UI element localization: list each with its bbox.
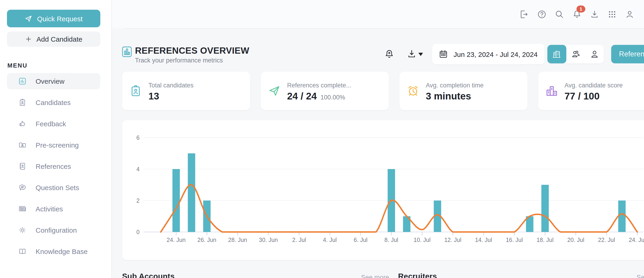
reference-button[interactable]: Reference [611,45,644,63]
stat-card-references-completed: References complete... 24 / 24100.00% [261,72,389,110]
quick-request-button[interactable]: Quick Request [7,10,100,27]
clipboard-person-icon [130,85,142,97]
svg-text:20. Jul: 20. Jul [567,237,584,243]
add-candidate-label: Add Candidate [36,35,82,43]
sidebar-item-label: Overview [36,77,64,85]
svg-text:8. Jul: 8. Jul [384,237,398,243]
topbar-divider [125,28,644,29]
export-caret-down-icon[interactable] [418,53,423,56]
svg-text:10. Jul: 10. Jul [414,237,431,243]
quick-request-label: Quick Request [37,15,83,23]
view-toggle-team[interactable] [566,45,585,63]
stat-value: 77 / 100 [564,91,600,102]
sidebar-item-label: Feedback [36,120,66,128]
dashboard-page: Quick Request Add Candidate MENU Overvie… [0,0,644,278]
sidebar-item-label: References [36,162,71,170]
bell-plus-icon[interactable] [384,49,394,59]
sub-accounts-see-more-link[interactable]: See more [361,273,389,278]
page-title: REFERENCES OVERVIEW [135,45,250,56]
gear-icon [18,226,26,234]
logout-icon[interactable] [520,10,529,19]
svg-text:4: 4 [136,166,140,172]
export-download-icon[interactable] [407,49,416,59]
paper-plane-icon [268,85,280,97]
view-toggle [548,45,604,63]
menu-section-label: MENU [8,62,28,69]
company-icon [552,50,562,59]
stat-value: 24 / 24100.00% [287,91,345,102]
sidebar-item-label: Pre-screening [36,141,79,149]
sidebar-item-activities[interactable]: Activities [7,201,100,217]
apps-grid-icon[interactable] [608,10,617,19]
date-range-value: Jun 23, 2024 - Jul 24, 2024 [454,50,538,58]
add-candidate-button[interactable]: Add Candidate [7,32,100,47]
svg-text:28. Jun: 28. Jun [228,237,247,243]
view-toggle-company[interactable] [548,45,566,63]
search-icon[interactable] [555,10,564,19]
stat-label: Total candidates [148,82,194,89]
sidebar-item-question-sets[interactable]: Question Sets [7,179,100,196]
sidebar-item-label: Knowledge Base [36,247,88,255]
svg-text:2. Jul: 2. Jul [292,237,306,243]
book-icon [18,247,26,255]
references-chart-panel[interactable]: 024624. Jun26. Jun28. Jun30. Jun2. Jul4.… [122,120,644,260]
recruiters-see-more-link[interactable]: See more [636,273,644,278]
stat-label: Avg. completion time [426,82,484,89]
person-icon [590,50,599,59]
sidebar-nav: Overview Candidates Feedback Pre-screeni… [7,73,100,259]
notebook-person-icon [18,162,26,170]
sidebar-item-candidates[interactable]: Candidates [7,94,100,111]
view-toggle-user[interactable] [585,45,604,63]
podium-icon [546,85,558,97]
calendar-icon [439,50,448,59]
svg-text:4. Jul: 4. Jul [323,237,337,243]
notification-badge: 1 [576,5,585,12]
svg-text:14. Jul: 14. Jul [475,237,492,243]
sidebar-item-label: Question Sets [36,184,79,191]
svg-text:22. Jul: 22. Jul [598,237,615,243]
newspaper-icon [18,205,26,213]
folder-person-icon [18,141,26,149]
svg-text:16. Jul: 16. Jul [506,237,523,243]
sidebar-item-overview[interactable]: Overview [7,73,100,89]
stat-label: References complete... [287,82,351,89]
date-range-picker[interactable]: Jun 23, 2024 - Jul 24, 2024 [432,44,544,64]
svg-text:6. Jul: 6. Jul [354,237,368,243]
references-chart: 024624. Jun26. Jun28. Jun30. Jun2. Jul4.… [122,120,644,260]
help-icon[interactable] [537,10,546,19]
sidebar-item-label: Candidates [36,99,71,106]
alarm-clock-icon [407,85,419,97]
svg-text:0: 0 [136,229,140,235]
bar-chart-icon [18,77,26,85]
stat-card-total-candidates: Total candidates 13 [122,72,250,110]
sidebar-item-pre-screening[interactable]: Pre-screening [7,137,100,153]
topbar-icons: 1 [520,0,634,28]
stat-card-avg-candidate-score: Avg. candidate score 77 / 100 [538,72,644,110]
svg-text:12. Jul: 12. Jul [444,237,462,243]
svg-text:18. Jul: 18. Jul [536,237,554,243]
sidebar-item-knowledge-base[interactable]: Knowledge Base [7,243,100,259]
sidebar-item-label: Activities [36,205,63,213]
plus-icon [25,36,32,43]
svg-text:24. Jul: 24. Jul [629,237,644,243]
stat-value: 3 minutes [426,91,471,102]
sidebar-item-configuration[interactable]: Configuration [7,222,100,238]
notifications-bell-icon[interactable]: 1 [572,10,582,19]
svg-text:6: 6 [136,134,140,141]
sidebar: Quick Request Add Candidate MENU Overvie… [0,0,112,278]
sidebar-item-references[interactable]: References [7,158,100,174]
sidebar-item-label: Configuration [36,226,77,234]
download-icon[interactable] [590,10,599,19]
stat-suffix: 100.00% [320,94,345,101]
stat-value: 13 [148,91,159,102]
svg-text:26. Jun: 26. Jun [198,237,216,243]
speech-bubble-icon [18,184,26,191]
paper-plane-icon [25,15,32,23]
references-overview-icon [122,46,132,57]
profile-icon[interactable] [625,10,634,19]
page-subtitle: Track your performance metrics [135,57,223,64]
svg-text:2: 2 [136,197,140,204]
recruiters-title: Recruiters [398,272,437,278]
sidebar-item-feedback[interactable]: Feedback [7,116,100,132]
clipboard-person-icon [18,99,26,106]
